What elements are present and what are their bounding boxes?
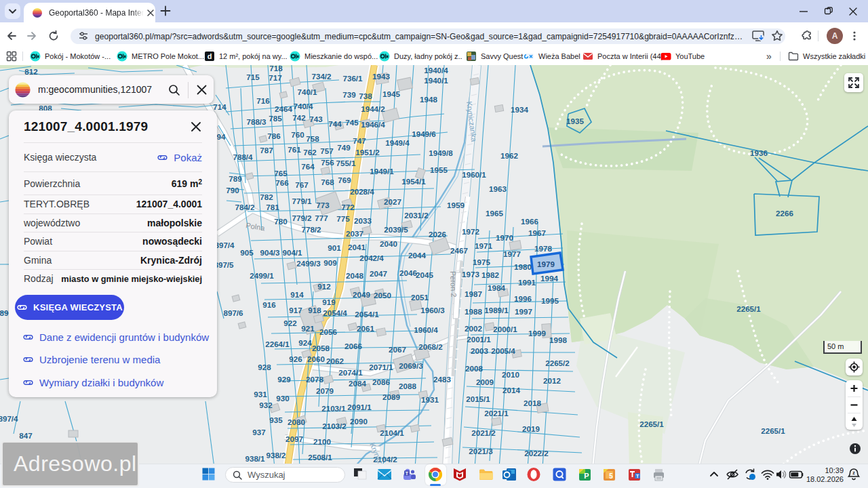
svg-text:2078: 2078 [306,375,323,384]
svg-text:1967: 1967 [528,228,546,237]
svg-text:1970: 1970 [496,233,513,242]
svg-text:1988: 1988 [465,307,482,316]
svg-text:2031/2: 2031/2 [404,211,428,220]
svg-text:2265/2: 2265/2 [545,359,569,367]
svg-text:2012: 2012 [543,376,561,385]
svg-text:755/1: 755/1 [336,159,356,167]
svg-text:2089: 2089 [382,392,400,401]
svg-text:1960/4: 1960/4 [414,325,438,334]
svg-text:764: 764 [301,162,315,171]
svg-text:775: 775 [336,214,350,223]
svg-text:2008: 2008 [465,364,483,373]
svg-text:2499/3: 2499/3 [296,259,321,268]
svg-text:2062: 2062 [326,357,344,365]
svg-text:919: 919 [322,298,336,306]
svg-text:2044: 2044 [408,251,426,260]
svg-text:912: 912 [317,282,330,291]
svg-text:921: 921 [301,324,315,333]
svg-text:1955: 1955 [430,165,448,174]
svg-text:d: d [208,52,212,60]
svg-text:738: 738 [359,92,372,100]
svg-text:758: 758 [306,134,319,143]
svg-text:779/1: 779/1 [292,197,312,205]
svg-text:2056: 2056 [319,327,337,336]
svg-text:777: 777 [315,214,328,222]
svg-text:2041: 2041 [348,243,366,251]
svg-text:2091/1: 2091/1 [347,403,372,411]
svg-text:916: 916 [262,300,276,309]
svg-text:740/1: 740/1 [297,87,317,96]
svg-text:779/2: 779/2 [292,214,311,222]
svg-text:2103/2: 2103/2 [322,422,346,430]
svg-text:2009: 2009 [476,378,494,386]
svg-text:1934: 1934 [511,105,528,114]
svg-text:2051: 2051 [411,293,429,302]
svg-text:2090: 2090 [350,417,368,426]
svg-text:931: 931 [254,390,267,399]
svg-text:935: 935 [269,415,283,424]
svg-text:2039/5: 2039/5 [384,225,408,234]
svg-text:756: 756 [321,158,334,167]
svg-text:2266: 2266 [776,209,793,218]
svg-text:767: 767 [295,180,308,189]
svg-text:1979: 1979 [537,260,555,268]
svg-text:926: 926 [289,354,302,363]
svg-text:2060: 2060 [307,354,325,363]
svg-text:2061: 2061 [357,324,374,333]
svg-text:2264/1: 2264/1 [265,340,290,348]
svg-text:766: 766 [275,178,289,187]
svg-text:749: 749 [337,143,351,152]
svg-text:1963: 1963 [489,184,507,193]
svg-text:2067: 2067 [389,345,406,354]
svg-text:1984: 1984 [488,283,505,292]
svg-text:742: 742 [292,113,305,122]
svg-text:2068/2: 2068/2 [418,342,442,351]
svg-text:T: T [636,473,639,479]
svg-text:747: 747 [353,136,366,145]
svg-text:1959: 1959 [447,201,465,209]
svg-text:94: 94 [217,132,226,141]
svg-text:918: 918 [308,306,321,314]
svg-text:790: 790 [226,186,239,195]
svg-text:2001/1: 2001/1 [467,335,491,344]
svg-text:1991: 1991 [518,278,536,287]
svg-text:2086: 2086 [372,378,390,386]
svg-text:1945: 1945 [382,89,400,98]
svg-text:929: 929 [277,375,291,384]
svg-text:P: P [584,472,589,480]
svg-text:773: 773 [316,201,330,209]
svg-text:2002: 2002 [465,324,482,333]
svg-text:2049: 2049 [353,290,370,299]
svg-text:744: 744 [328,119,342,128]
svg-text:2080: 2080 [288,418,305,426]
svg-text:739: 739 [342,90,356,99]
svg-text:2028/4: 2028/4 [350,187,374,196]
svg-text:760: 760 [291,130,304,139]
svg-text:2499/1: 2499/1 [250,271,274,280]
svg-text:2058: 2058 [312,344,330,352]
svg-text:2018: 2018 [524,399,541,407]
svg-text:1996: 1996 [514,294,532,303]
svg-text:2037: 2037 [346,229,363,238]
svg-text:2050: 2050 [374,291,391,300]
svg-text:788/4: 788/4 [233,152,253,161]
svg-text:2097: 2097 [285,434,303,443]
svg-text:2022/2: 2022/2 [524,449,548,458]
svg-text:757: 757 [320,146,333,155]
svg-text:784/2: 784/2 [235,203,254,211]
svg-text:743: 743 [309,115,323,123]
svg-text:1995: 1995 [541,296,559,305]
svg-text:909: 909 [323,258,337,267]
svg-text:938/1: 938/1 [245,454,265,463]
svg-text:762: 762 [303,148,316,157]
svg-text:2021/3: 2021/3 [469,447,493,455]
svg-text:937: 937 [252,428,265,436]
svg-text:765: 765 [274,169,288,178]
svg-text:2047: 2047 [370,269,387,278]
svg-text:2079: 2079 [316,386,334,395]
svg-text:914: 914 [290,290,304,299]
svg-text:T: T [406,471,409,476]
svg-text:2000/1: 2000/1 [493,325,517,333]
svg-text:787: 787 [260,146,273,155]
svg-text:740/4: 740/4 [293,102,313,110]
